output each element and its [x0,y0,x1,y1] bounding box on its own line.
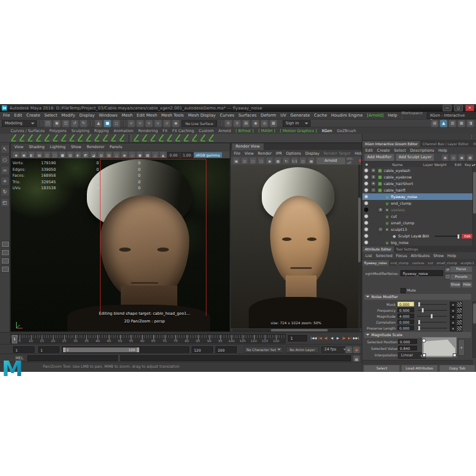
menu-deform[interactable]: Deform [261,113,276,118]
undo-icon[interactable]: ↺ [71,120,79,127]
select-tool-icon[interactable]: ↖ [1,145,10,154]
maximize-button[interactable]: ◻ [454,105,463,111]
menu-windows[interactable]: Windows [99,113,117,118]
visibility-toggle[interactable] [364,208,368,212]
slider-handle[interactable] [422,308,424,312]
command-result-field[interactable] [120,355,351,361]
shelf-tab-sculpting[interactable]: Sculpting [71,129,89,133]
add-modifier-button[interactable]: Add Modifier [364,154,394,161]
construction-history-icon[interactable]: ▤ [242,120,250,127]
attr-value-field[interactable]: 4.000 [397,314,414,318]
expander-toggle[interactable]: + [378,207,383,212]
ramp-add-button[interactable]: + [458,339,465,356]
shelf-tab-motion-graphics[interactable]: [ Motion Graphics ] [280,129,317,133]
render-settings-icon[interactable]: ▦ [308,157,315,164]
menu-curves[interactable]: Curves [220,113,234,118]
horizontal-scrollbar[interactable] [232,329,360,331]
tree-row-sculpt-layer-1[interactable]: ●Sculpt Layer 11.000Edit [362,233,473,239]
ae-menu-help[interactable]: Help [447,253,456,258]
visibility-toggle[interactable] [364,234,368,238]
wireframe-icon[interactable]: □ [51,151,58,158]
character-controls-icon[interactable]: ▲ [440,120,447,127]
step-back-frame-button[interactable]: ◀| [323,335,328,342]
workspace-dropdown[interactable]: XGen - Interactive Groom* [427,112,476,119]
isolate-select-icon[interactable]: ◻ [113,151,120,158]
renderer-dropdown[interactable]: Arnold Renderer [316,157,346,165]
xgen-shelf-tool-4[interactable] [36,134,43,142]
ae-menu-list[interactable]: List [365,253,372,258]
playback-start-field[interactable]: 1 [38,346,60,353]
layout-button-1[interactable] [1,241,10,248]
save-scene-icon[interactable]: ◫ [62,120,70,127]
close-button[interactable]: × [465,105,474,111]
menu-select[interactable]: Select [45,113,58,118]
time-slider-playhead[interactable]: 1 [12,335,17,343]
xgen-shelf-tool-11[interactable] [94,134,102,142]
renderview-menu-file[interactable]: File [234,151,240,156]
step-back-key-button[interactable]: |◀ [317,335,322,342]
xgen-shelf-tool-7[interactable] [61,134,68,142]
shelf-tab-gozbrush[interactable]: GoZBrush [337,129,356,133]
shelf-tab-bifrost[interactable]: [ Bifrost ] [236,129,253,133]
tree-row-cut[interactable]: ψcut [362,213,473,220]
pixel-ratio-icon[interactable]: 1:1 [291,157,298,164]
tree-row-cable-eyebrow[interactable]: +▦cable_eyebrow [362,174,473,180]
time-slider[interactable]: 1 51015202530354045505560657075808590951… [10,334,286,343]
move-tool-icon[interactable]: + [1,177,10,186]
show-manipulators-icon[interactable]: ◆ [12,151,20,158]
renderview-menu-options[interactable]: Options [286,151,301,156]
visibility-toggle[interactable] [364,214,368,218]
ae-load-attributes-button[interactable]: Load Attributes [401,365,437,372]
snap-to-projected-center-icon[interactable]: ∪ [154,120,162,127]
header-scroll-arrows[interactable]: ▴▾ [472,162,475,167]
node-tab-flyaway-noise[interactable]: flyaway_noise [362,260,389,266]
attribute-editor-icon[interactable]: ▦ [458,120,465,127]
output-connections-icon[interactable]: ≡ [233,120,241,127]
shelf-tab-rigging[interactable]: Rigging [94,129,109,133]
add-sculpt-layer-button[interactable]: Add Sculpt Layer [396,154,434,161]
xgen-shelf-tool-16[interactable] [142,134,149,142]
go-to-end-button[interactable]: ▶▶| [353,335,359,342]
panel-menu-icon[interactable]: ⋮ [469,134,474,140]
renderview-menu-ipr[interactable]: IPR [275,151,281,156]
ramp-handle[interactable] [422,339,426,343]
attr-slider[interactable] [417,322,447,323]
attr-value-field[interactable]: 0.500 [397,308,414,312]
xgen-shelf-tool-13[interactable] [111,134,118,142]
open-image-icon[interactable]: ▣ [233,157,240,164]
menu-mesh-display[interactable]: Mesh Display [188,113,215,118]
tree-row-useless[interactable]: +×useless [362,206,473,213]
node-tab-useless[interactable]: useless [411,260,426,266]
expander-toggle[interactable]: + [371,174,376,180]
panel-tab-outliner[interactable]: Outliner [471,141,476,147]
redisplay-image-icon[interactable]: ◫ [241,157,248,164]
range-slider-bar[interactable]: 1 120 [63,347,139,352]
collapsed-section[interactable] [362,360,473,365]
gamma-toggle-icon[interactable]: ● [136,151,143,158]
expander-toggle[interactable]: − [371,187,376,193]
menu-modify[interactable]: Modify [61,113,75,118]
shelf-tab-rendering[interactable]: Rendering [138,129,158,133]
menu-surfaces[interactable]: Surfaces [239,113,256,118]
lasso-tool-icon[interactable]: ○ [1,155,10,164]
tree-row-cable-hairshort[interactable]: +▦cable_hairShort [362,180,473,187]
tree-row-small-clump[interactable]: ψsmall_clump [362,220,473,226]
open-scene-icon[interactable]: ▣ [53,120,61,127]
focus-button[interactable]: Focus [450,266,472,273]
input-connections-icon[interactable]: ≡ [224,120,232,127]
ae-menu-show[interactable]: Show [433,253,444,258]
menu-arnold[interactable]: [Arnold] [367,113,384,118]
shelf-tab-fx[interactable]: FX [162,129,167,133]
rotate-tool-icon[interactable]: ↻ [1,187,10,196]
xgen-shelf-tool-9[interactable] [77,134,85,142]
render-icon[interactable]: ◉ [252,120,259,127]
delete-icon[interactable]: ▦ [466,154,474,161]
xgen-shelf-tool-20[interactable] [175,134,183,142]
xgen-shelf-tool-12[interactable] [102,134,110,142]
expander-toggle[interactable]: − [378,227,383,232]
animation-end-field[interactable]: 200 [215,346,237,353]
ramp-handle[interactable] [422,353,426,357]
menu-generate[interactable]: Generate [290,113,310,118]
xgen-shelf-tool-18[interactable] [158,134,166,142]
renderview-menu-display[interactable]: Display [305,151,320,156]
